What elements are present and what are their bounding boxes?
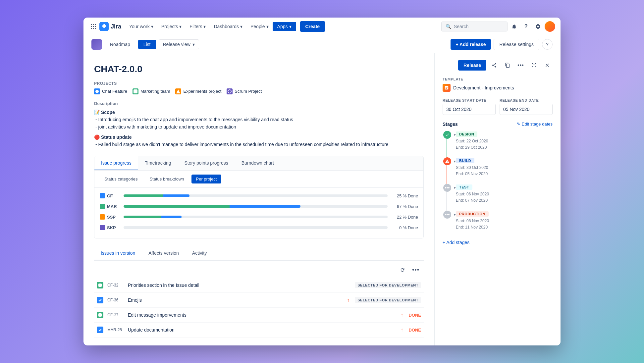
mar-green-fill [124, 205, 230, 208]
collapse-stage-2[interactable]: ▾ [454, 159, 456, 164]
cf-progress-bar [124, 194, 388, 197]
collapse-stage-4[interactable]: ▾ [454, 213, 456, 217]
issue-title-cf36[interactable]: Emojis [128, 297, 343, 303]
nav-logo[interactable]: Jira [99, 22, 121, 31]
toolbar: Roadmap List Release view ▾ + Add releas… [83, 36, 561, 53]
collapse-stage-1[interactable]: ▾ [454, 133, 456, 137]
release-end-label: Release end date [500, 98, 553, 102]
issue-row-cf37: CF-37 Edit message imporvements ↑ DONE [94, 308, 424, 323]
issues-list: CF-32 Priorities section in the Issue de… [94, 278, 424, 337]
nav-item-dashboards[interactable]: Dashboards ▾ [210, 21, 246, 32]
create-button[interactable]: Create [300, 21, 325, 32]
add-stages-button[interactable]: + Add stages [443, 237, 553, 248]
copy-icon[interactable] [502, 60, 513, 71]
help-icon[interactable]: ? [521, 21, 531, 32]
scope-line-2: - joint activities with marketing to upd… [95, 123, 424, 130]
pr-label-ssp: SSP [100, 214, 120, 220]
subtab-per-project[interactable]: Per project [191, 175, 222, 183]
refresh-icon[interactable] [397, 265, 408, 275]
tab-story-points[interactable]: Story points progress [178, 156, 235, 170]
progress-rows: CF 25 % Done [94, 188, 423, 238]
release-button[interactable]: Release [458, 60, 486, 71]
progress-row-mar: MAR 67 % Done [100, 201, 418, 212]
issue-title-cf32[interactable]: Priorities section in the Issue detail [128, 283, 351, 288]
close-icon[interactable] [542, 60, 553, 71]
expand-icon[interactable] [529, 60, 539, 71]
nav-items: Your work ▾ Projects ▾ Filters ▾ Dashboa… [125, 21, 296, 32]
user-avatar[interactable] [545, 21, 555, 32]
issue-key-cf32: CF-32 [107, 283, 124, 287]
progress-section: Issue progress Timetracking Story points… [94, 156, 424, 238]
projects-label: Projects [94, 81, 424, 86]
tab-timetracking[interactable]: Timetracking [138, 156, 178, 170]
svg-rect-2 [95, 24, 96, 25]
btab-activity[interactable]: Activity [186, 246, 213, 260]
notifications-icon[interactable] [509, 21, 519, 32]
skp-progress-bar [124, 226, 388, 229]
ssp-blue-fill [161, 216, 182, 218]
pr-label-skp: SKP [100, 225, 120, 230]
stages-title: Stages [443, 122, 458, 127]
more-icon[interactable]: ••• [410, 265, 421, 275]
roadmap-tab[interactable]: Roadmap [105, 40, 135, 49]
ssp-pct: 22 % Done [392, 215, 418, 220]
template-section: Template Development - Improvements [443, 77, 553, 92]
share-icon[interactable] [489, 60, 500, 71]
left-panel: CHAT-2.0.0 Projects Chat Feature Marketi… [83, 53, 435, 346]
nav-item-your-work[interactable]: Your work ▾ [125, 21, 157, 32]
ssp-progress-bar [124, 216, 388, 218]
mar-project-icon [133, 88, 138, 94]
more-options-icon[interactable]: ••• [515, 60, 526, 71]
nav-item-people[interactable]: People ▾ [246, 21, 273, 32]
chevron-icon: ▾ [151, 24, 153, 29]
nav-item-apps[interactable]: Apps ▾ [273, 22, 296, 31]
collapse-stage-3[interactable]: ▾ [454, 186, 456, 190]
ssp-project-icon [175, 88, 181, 94]
svg-point-9 [95, 90, 99, 93]
subtab-status-breakdown[interactable]: Status breakdown [145, 175, 188, 183]
grid-icon[interactable] [89, 22, 98, 31]
release-start-label: Release start date [443, 98, 496, 102]
svg-rect-7 [93, 28, 94, 29]
jira-logo-icon [99, 22, 109, 31]
stage-build: ▾ BUILD Start: 30 Oct 2020 End: 05 Nov 2… [456, 157, 553, 177]
tab-issue-progress[interactable]: Issue progress [94, 156, 138, 170]
issue-done-mar28: DONE [408, 328, 421, 333]
panel-header: Release ••• [443, 60, 553, 71]
priority-up-icon-2: ↑ [401, 312, 403, 318]
scope-line-1: - Introducing emojis to the chat app and… [95, 116, 424, 123]
app-window: Jira Your work ▾ Projects ▾ Filters ▾ Da… [83, 18, 561, 346]
scope-heading: 📝 Scope [94, 109, 424, 116]
btab-issues-in-version[interactable]: Issues in version [94, 246, 142, 260]
settings-icon[interactable] [533, 21, 543, 32]
projects-row: Chat Feature Marketing team Experiments … [94, 88, 424, 94]
list-tab[interactable]: List [138, 40, 156, 49]
issue-key-cf37: CF-37 [107, 313, 124, 317]
release-start-value[interactable]: 30 Oct 2020 [443, 104, 496, 115]
add-release-button[interactable]: + Add release [451, 39, 491, 50]
issue-title-mar28[interactable]: Update documentation [128, 327, 397, 333]
svg-rect-14 [98, 313, 102, 317]
edit-dates-button[interactable]: ✎ Edit stage dates [517, 122, 553, 127]
svg-rect-4 [93, 26, 94, 27]
issue-status-cf32: SELECTED FOR DEVELOPMENT [355, 282, 421, 288]
nav-item-filters[interactable]: Filters ▾ [186, 21, 210, 32]
mar-blue-fill [230, 205, 300, 208]
svg-rect-10 [134, 89, 137, 93]
release-settings-button[interactable]: Release settings [494, 39, 539, 50]
release-view-button[interactable]: Release view ▾ [159, 39, 199, 49]
search-box[interactable]: 🔍 Search [441, 22, 508, 31]
nav-item-projects[interactable]: Projects ▾ [157, 21, 186, 32]
issue-done-cf37: DONE [408, 313, 421, 318]
chevron-icon: ▾ [179, 24, 182, 29]
toolbar-help-button[interactable]: ? [542, 39, 553, 50]
subtab-status-categories[interactable]: Status categories [100, 175, 142, 183]
stages-header: Stages ✎ Edit stage dates [443, 122, 553, 127]
scope-icon: 📝 [94, 110, 100, 115]
btab-affects-version[interactable]: Affects version [142, 246, 186, 260]
tab-burndown[interactable]: Burndown chart [235, 156, 281, 170]
description-content: 📝 Scope - Introducing emojis to the chat… [94, 109, 424, 148]
release-end-value[interactable]: 05 Nov 2020 [500, 104, 553, 115]
issue-title-cf37[interactable]: Edit message imporvements [128, 312, 397, 318]
dates-row: Release start date 30 Oct 2020 Release e… [443, 98, 553, 115]
